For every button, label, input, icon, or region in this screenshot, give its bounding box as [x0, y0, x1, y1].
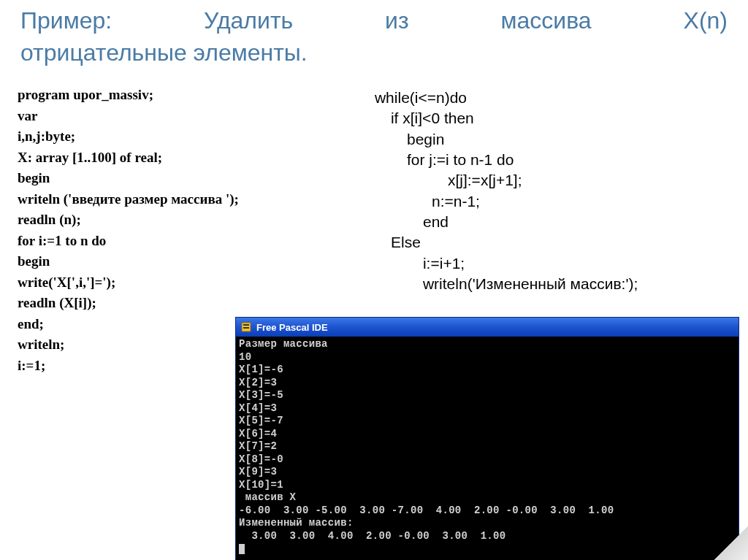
console-line: X[2]=3	[239, 377, 277, 388]
console-line: X[9]=3	[239, 466, 277, 477]
app-icon	[240, 321, 252, 333]
code-line: i:=i+1;	[375, 253, 730, 274]
code-line: X: array [1..100] of real;	[18, 147, 346, 169]
code-line: if x[i]<0 then	[375, 108, 730, 129]
code-line: writeln ('введите размер массива ');	[18, 189, 346, 210]
slide-title-line1: Пример: Удалить из массива X(n)	[0, 0, 748, 38]
code-line: program upor_massiv;	[18, 85, 346, 106]
code-line: begin	[18, 168, 346, 189]
console-line: X[4]=3	[239, 402, 277, 414]
console-line: 3.00 3.00 4.00 2.00 -0.00 3.00 1.00	[239, 530, 505, 542]
code-line: while(i<=n)do	[375, 88, 730, 108]
code-line: i,n,j:byte;	[18, 126, 346, 147]
console-line: Измененный массив:	[239, 517, 354, 529]
code-line: readln (X[i]);	[18, 293, 346, 314]
code-line: var	[18, 106, 346, 127]
svg-rect-2	[243, 327, 249, 329]
console-line: массив X	[239, 491, 296, 503]
code-line: for i:=1 to n do	[18, 231, 346, 252]
console-window: Free Pascal IDE Размер массива 10 X[1]=-…	[235, 317, 739, 560]
code-line: end	[375, 212, 730, 232]
code-line: writeln('Измененный массив:');	[375, 274, 730, 294]
code-line: n:=n-1;	[375, 191, 730, 212]
console-line: X[1]=-6	[239, 364, 283, 375]
slide-title-line2: отрицательные элементы.	[0, 38, 748, 76]
console-line: Размер массива	[239, 338, 328, 350]
console-line: X[3]=-5	[239, 389, 283, 401]
console-line: -6.00 3.00 -5.00 3.00 -7.00 4.00 2.00 -0…	[239, 505, 614, 516]
svg-rect-1	[243, 324, 249, 326]
console-line: X[7]=2	[239, 440, 277, 452]
code-line: begin	[18, 251, 346, 272]
console-titlebar[interactable]: Free Pascal IDE	[236, 318, 739, 337]
code-line: begin	[375, 129, 730, 150]
console-line: X[5]=-7	[239, 415, 283, 426]
code-line: for j:=i to n-1 do	[375, 150, 730, 170]
console-line: X[6]=4	[239, 428, 277, 440]
console-title-text: Free Pascal IDE	[256, 322, 328, 333]
code-line: write('X[',i,']=');	[18, 272, 346, 294]
code-line: readln (n);	[18, 210, 346, 231]
cursor-icon	[239, 544, 245, 554]
code-line: Else	[375, 232, 730, 253]
console-line: X[8]=-0	[239, 453, 283, 465]
page-corner-fold-icon	[714, 526, 748, 560]
code-line: x[j]:=x[j+1];	[375, 170, 730, 191]
console-line: X[10]=1	[239, 479, 283, 491]
console-output: Размер массива 10 X[1]=-6 X[2]=3 X[3]=-5…	[236, 337, 739, 560]
console-line: 10	[239, 351, 251, 363]
